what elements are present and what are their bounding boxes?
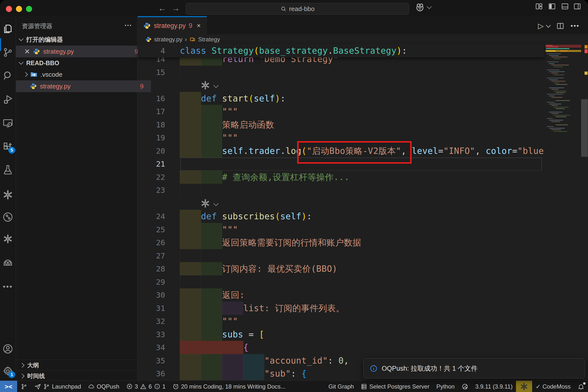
toggle-secondary-sidebar-icon[interactable]: [573, 2, 581, 11]
sidebar-item-remote-explorer[interactable]: [2, 117, 14, 129]
minimap-line: [549, 88, 564, 88]
account-icon[interactable]: [2, 343, 14, 355]
sidebar-item-extensions[interactable]: 5: [2, 141, 14, 153]
close-icon[interactable]: ×: [197, 22, 201, 30]
sidebar-item-run-debug[interactable]: [2, 94, 14, 105]
code-line[interactable]: 23: [138, 184, 544, 197]
code-line[interactable]: 32 """: [138, 314, 544, 328]
settings-badge: 1: [8, 371, 15, 378]
remote-indicator[interactable]: ><: [0, 381, 17, 392]
customize-layout-icon[interactable]: [535, 2, 543, 11]
code-line[interactable]: 22 # 查询余额,设置杠杆等操作...: [138, 170, 544, 184]
code-line[interactable]: 26 返回策略需要订阅的行情和账户数据: [138, 236, 544, 249]
vscode-folder-icon: [30, 71, 38, 78]
minimap-line: [549, 55, 559, 56]
time-tracker-status-item[interactable]: 20 mins Coding, 18 mins Writing Docs...: [169, 381, 289, 392]
code-line[interactable]: 28 订阅内容: 最优买卖价(BBO): [138, 262, 544, 276]
avatar-chevron-icon[interactable]: [427, 4, 432, 9]
sidebar-item-testing[interactable]: [2, 164, 14, 176]
git-graph-status-item[interactable]: Git Graph: [325, 381, 357, 392]
toggle-primary-sidebar-icon[interactable]: [548, 2, 556, 11]
class-symbol-icon: [190, 36, 196, 43]
chevron-down-icon[interactable]: [214, 201, 218, 206]
extensions-badge: 5: [8, 147, 15, 154]
code-line[interactable]: 24 def subscribes(self):: [138, 210, 544, 223]
minimap-line: [554, 131, 567, 132]
command-center-search[interactable]: read-bbo: [186, 3, 409, 15]
tree-item-strategy-py[interactable]: strategy.py 9: [16, 80, 151, 92]
sidebar-item-robot-assistant[interactable]: [2, 257, 14, 269]
back-icon[interactable]: ←: [158, 4, 166, 13]
outline-pane-header[interactable]: 大纲: [16, 360, 137, 370]
git-graph-status-icon[interactable]: [17, 381, 31, 392]
oqpush-status-item[interactable]: OQPush: [84, 381, 123, 392]
postgres-status-item[interactable]: Select Postgres Server: [357, 381, 433, 392]
code-line[interactable]: 27: [138, 249, 544, 262]
ai-knot-icon[interactable]: [200, 198, 210, 208]
minimap-line: [549, 104, 561, 104]
sidebar-item-openai[interactable]: [2, 233, 14, 245]
chevron-right-icon: [20, 363, 24, 368]
language-mode-status-item[interactable]: Python: [433, 381, 458, 392]
run-python-icon[interactable]: ▷: [538, 22, 544, 30]
sticky-scroll-line[interactable]: 4 class Strategy(base_strategy.BaseStrat…: [138, 44, 544, 57]
sidebar-item-gitlens[interactable]: [2, 211, 14, 223]
inline-ai-action[interactable]: [138, 197, 544, 210]
gear-icon[interactable]: 1: [2, 365, 14, 377]
sidebar-item-source-control[interactable]: [2, 46, 14, 58]
more-actions-icon[interactable]: [124, 23, 131, 28]
maximize-window-button[interactable]: [26, 6, 32, 12]
more-views-icon[interactable]: •••: [2, 281, 14, 292]
chevron-down-icon[interactable]: [214, 83, 218, 88]
more-actions-icon[interactable]: •••: [570, 22, 580, 30]
code-line[interactable]: 16 def start(self):: [138, 92, 544, 105]
sidebar-item-search[interactable]: [2, 70, 14, 82]
open-editor-strategy-py[interactable]: ✕ strategy.py 9: [16, 46, 146, 57]
code-line[interactable]: 31 list: 订阅的事件列表。: [138, 302, 544, 315]
code-line[interactable]: 34 {: [138, 341, 544, 354]
tree-root-readbbo[interactable]: READ-BBO: [16, 57, 141, 68]
run-dropdown-icon[interactable]: [546, 23, 551, 28]
breadcrumb-file[interactable]: strategy.py: [154, 36, 182, 43]
code-line[interactable]: 29: [138, 276, 544, 288]
minimap-line: [547, 118, 553, 119]
tab-strategy-py[interactable]: strategy.py 9 ×: [138, 16, 207, 34]
timeline-pane-header[interactable]: 时间线: [16, 370, 137, 381]
code-line[interactable]: 30 返回:: [138, 288, 544, 302]
split-editor-icon[interactable]: [556, 22, 564, 30]
env-status-item[interactable]: [458, 381, 472, 392]
notifications-bell[interactable]: [574, 381, 588, 392]
toggle-panel-icon[interactable]: [561, 2, 569, 11]
code-line[interactable]: 15: [138, 66, 544, 79]
sidebar-item-explorer[interactable]: [2, 22, 14, 34]
minimap[interactable]: [545, 44, 581, 380]
codex-status-item[interactable]: [516, 381, 532, 392]
error-count: 3: [135, 383, 138, 390]
launchpad-status-item[interactable]: Launchpad: [31, 381, 84, 392]
inline-ai-action[interactable]: [138, 79, 544, 92]
minimap-line: [546, 46, 558, 47]
avatar-icon[interactable]: [415, 2, 425, 13]
sidebar-item-codex[interactable]: [2, 189, 14, 201]
line-number: 22: [138, 170, 165, 184]
codemoss-status-item[interactable]: ✓ CodeMoss: [532, 381, 574, 392]
tree-item-vscode-folder[interactable]: .vscode: [16, 68, 145, 80]
code-line[interactable]: 17 """: [138, 105, 544, 118]
open-editors-header[interactable]: 打开的编辑器: [16, 34, 141, 45]
code-line[interactable]: 18 策略启动函数: [138, 118, 544, 131]
close-window-button[interactable]: [6, 6, 12, 12]
scrollbar-thumb[interactable]: [581, 99, 588, 157]
python-version-status-item[interactable]: 3.9.11 (3.9.11): [472, 381, 516, 392]
minimize-window-button[interactable]: [16, 6, 22, 12]
code-line[interactable]: 25 """: [138, 223, 544, 236]
ai-knot-icon[interactable]: [200, 80, 210, 90]
notification-toast[interactable]: OQPush: 拉取成功！共 1 个文件: [363, 358, 585, 378]
problems-status-item[interactable]: 3 6 1: [123, 381, 169, 392]
info-icon: [370, 364, 378, 373]
forward-icon[interactable]: →: [172, 4, 180, 13]
explorer-sidebar: 资源管理器 打开的编辑器 ✕ strategy.py 9 READ-BBO .v…: [16, 16, 138, 380]
close-icon[interactable]: ✕: [24, 48, 30, 56]
code-line[interactable]: 33 subs = [: [138, 328, 544, 341]
open-editors-label: 打开的编辑器: [26, 36, 63, 44]
breadcrumb-symbol[interactable]: Strategy: [198, 36, 220, 43]
